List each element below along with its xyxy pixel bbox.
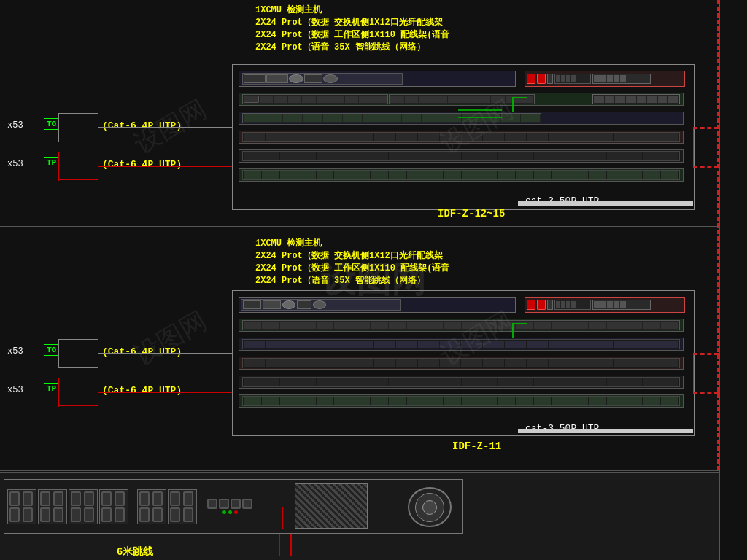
spec-mid-3: 2X24 Prot（数据 工作区侧1X110 配线架(语音: [255, 262, 449, 274]
patchpanel-row4-top: [239, 131, 684, 144]
x-count-tp-top: x53: [7, 159, 23, 169]
conn-to-mid: TO: [44, 344, 59, 356]
t-horiz-bot-to-mid: [58, 367, 98, 368]
cable-tp-top: (Cat-6 4P UTP): [102, 159, 182, 170]
main-canvas: 设图网 1XCMU 检测主机 2X24 Prot（数据 交换机侧1X12口光纤配…: [0, 0, 747, 560]
t-vert-tp-top: [58, 152, 59, 181]
spec-top-3: 2X24 Prot（数据 工作区侧1X110 配线架(语音: [255, 28, 449, 41]
idf-label-top: IDF-Z-12~15: [438, 208, 505, 219]
dash-ext-tp-top: [693, 166, 719, 168]
green-wire-h-top: [512, 97, 527, 98]
cable-to-line-mid: [98, 353, 232, 354]
red-cable-hang-2: [290, 534, 292, 556]
conn-tp-mid: TP: [44, 383, 59, 394]
spec-top-4: 2X24 Prot（语音 35X 智能跳线（网络）: [255, 41, 425, 53]
cable-tp-line-top: [98, 166, 232, 167]
bottom-label: 6米跳线: [117, 545, 153, 559]
t-horiz-top-tp-mid: [58, 378, 98, 378]
patchpanel-row5-top: [239, 149, 684, 163]
fiber-row1-top: [525, 71, 685, 87]
t-horiz-top-to-mid: [58, 339, 98, 340]
spec-mid-4: 2X24 Prot（语音 35X 智能跳线（网络）: [255, 274, 425, 287]
dash-ext-to-mid: [693, 353, 719, 355]
row1-top: [239, 71, 516, 87]
spec-top-2: 2X24 Prot（数据 交换机侧1X12口光纤配线架: [255, 16, 443, 28]
row1-mid: [239, 297, 516, 313]
cat3-cable-top: [518, 201, 693, 206]
equip-box-mid: [232, 290, 695, 436]
cable-tp-line-mid: [98, 392, 232, 393]
dash-ext-to-top: [693, 127, 719, 129]
bottom-panel: 6米跳线: [0, 472, 719, 560]
patchpanel-row4-mid: [239, 357, 684, 370]
dash-ext-tp-mid: [693, 392, 719, 394]
cat3-cable-mid: [518, 429, 693, 433]
dash-vert-top: [693, 127, 694, 167]
fiber-row1-mid: [525, 297, 685, 313]
patchpanel-row2-top: [239, 93, 684, 106]
ports-row1: [239, 73, 406, 85]
t-horiz-bot-to: [58, 141, 98, 141]
x-count-tp-mid: x53: [7, 385, 23, 395]
green-wire-top-1: [458, 109, 502, 111]
spec-mid-1: 1XCMU 检测主机: [255, 237, 322, 249]
x-count-to-top: x53: [7, 120, 23, 131]
cable-to-top: (Cat-6 4P UTP): [102, 120, 182, 131]
t-vert-to-top: [58, 113, 59, 142]
t-horiz-top-tp: [58, 152, 98, 152]
cable-to-line-top: [98, 127, 232, 128]
t-vert-tp-mid: [58, 378, 59, 407]
section-top: 1XCMU 检测主机 2X24 Prot（数据 交换机侧1X12口光纤配线架 2…: [0, 0, 719, 226]
fiber-section-bottom: [295, 483, 368, 529]
patchpanel-row5-mid: [239, 376, 684, 389]
section-mid: 1XCMU 检测主机 2X24 Prot（数据 交换机侧1X12口光纤配线架 2…: [0, 226, 719, 459]
equip-box-top: [232, 64, 695, 210]
patchpanel-row3-mid: [239, 338, 684, 351]
dash-vert-mid: [693, 353, 694, 393]
green-wire-top-2: [458, 117, 502, 118]
green-wire-h-mid: [512, 323, 527, 324]
patchpanel-row6-top: [239, 168, 684, 182]
patchpanel-row2-mid: [239, 319, 684, 332]
t-horiz-top-to: [58, 113, 98, 114]
red-cable-bottom: [282, 508, 283, 529]
spec-mid-2: 2X24 Prot（数据 交换机侧1X12口光纤配线架: [255, 249, 443, 262]
conn-to-top: TO: [44, 118, 59, 130]
cable-tp-mid: (Cat-6 4P UTP): [102, 385, 182, 396]
section-bottom: 6米跳线: [0, 470, 719, 560]
t-vert-to-mid: [58, 339, 59, 368]
conn-tp-top: TP: [44, 157, 59, 168]
idf-label-mid: IDF-Z-11: [452, 440, 501, 452]
cable-to-mid: (Cat-6 4P UTP): [102, 346, 182, 357]
right-solid-border: [719, 0, 747, 560]
t-horiz-bot-tp-mid: [58, 405, 98, 406]
patchpanel-row3-top: [239, 112, 684, 125]
bottom-rack: [4, 479, 463, 534]
t-horiz-bot-tp: [58, 179, 98, 180]
patchpanel-row6-mid: [239, 394, 684, 408]
x-count-to-mid: x53: [7, 346, 23, 357]
spec-top-1: 1XCMU 检测主机: [255, 4, 322, 16]
circular-connector: [408, 487, 452, 527]
patch-ports-1: [242, 73, 403, 85]
red-cable-hang-1: [279, 534, 280, 556]
